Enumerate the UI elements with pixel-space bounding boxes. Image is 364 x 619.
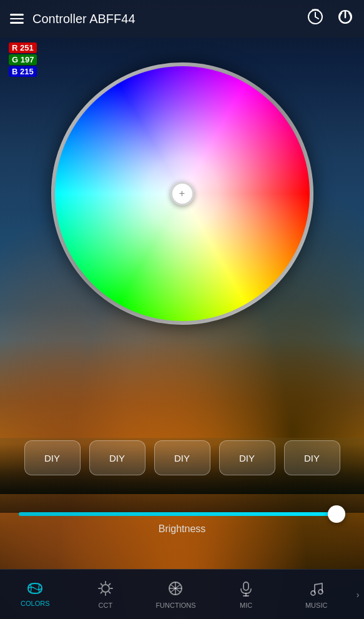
brightness-slider-thumb[interactable] — [328, 505, 345, 523]
rgb-r-row: R 251 — [9, 42, 37, 53]
mic-nav-label: MIC — [240, 602, 252, 609]
svg-line-10 — [101, 583, 102, 585]
color-wheel-wrapper[interactable]: + — [51, 62, 313, 325]
cct-icon — [97, 580, 114, 599]
header-left: Controller ABFF44 — [10, 12, 135, 26]
brightness-section: Brightness — [0, 512, 364, 535]
mic-icon — [238, 580, 254, 599]
menu-button[interactable] — [10, 14, 24, 24]
svg-point-1 — [312, 9, 314, 11]
svg-point-5 — [102, 585, 109, 592]
app-header: Controller ABFF44 — [0, 0, 364, 37]
svg-line-13 — [101, 592, 102, 593]
nav-expand-arrow[interactable]: › — [352, 590, 364, 600]
brightness-slider-track[interactable] — [19, 512, 345, 516]
r-value: 251 — [20, 43, 34, 52]
header-title: Controller ABFF44 — [32, 12, 135, 26]
wheel-cursor-symbol: + — [179, 188, 185, 199]
nav-item-colors[interactable]: COLORS — [0, 575, 71, 614]
cct-nav-label: CCT — [99, 602, 113, 609]
nav-item-mic[interactable]: MIC — [211, 575, 282, 614]
b-value: 215 — [20, 67, 34, 76]
music-icon — [308, 580, 325, 599]
svg-line-11 — [109, 592, 110, 593]
color-wheel-border: + — [51, 62, 313, 325]
g-label: G — [12, 55, 18, 64]
rgb-b-row: B 215 — [9, 66, 37, 77]
diy-button-3[interactable]: DIY — [154, 440, 210, 475]
svg-point-2 — [317, 9, 319, 11]
nav-item-cct[interactable]: CCT — [71, 575, 141, 614]
r-label: R — [12, 43, 17, 52]
color-wheel-canvas[interactable]: + — [55, 66, 310, 321]
svg-rect-19 — [243, 582, 248, 590]
nav-items-area: COLORS CCT — [0, 575, 352, 614]
nav-item-music[interactable]: MUSIC — [281, 575, 352, 614]
nav-item-functions[interactable]: FUNCTIONS — [140, 575, 211, 614]
rgb-display: R 251 G 197 B 215 — [9, 42, 37, 77]
diy-button-5[interactable]: DIY — [284, 440, 340, 475]
bottom-nav: COLORS CCT — [0, 569, 364, 619]
functions-nav-label: FUNCTIONS — [155, 602, 195, 609]
music-nav-label: MUSIC — [305, 602, 327, 609]
clock-button[interactable] — [307, 8, 324, 29]
colors-nav-label: COLORS — [21, 600, 49, 607]
g-value: 197 — [21, 55, 34, 64]
diy-button-4[interactable]: DIY — [219, 440, 275, 475]
header-right — [307, 8, 354, 29]
b-label: B — [12, 67, 17, 76]
brightness-label: Brightness — [19, 523, 345, 535]
diy-row: DIY DIY DIY DIY DIY — [0, 440, 364, 475]
svg-line-12 — [109, 583, 110, 585]
colors-icon — [27, 582, 43, 597]
wheel-cursor[interactable]: + — [170, 182, 194, 206]
power-button[interactable] — [337, 8, 354, 29]
diy-button-2[interactable]: DIY — [89, 440, 145, 475]
diy-button-1[interactable]: DIY — [24, 440, 81, 475]
functions-icon — [167, 580, 184, 599]
rgb-g-row: G 197 — [9, 54, 37, 65]
